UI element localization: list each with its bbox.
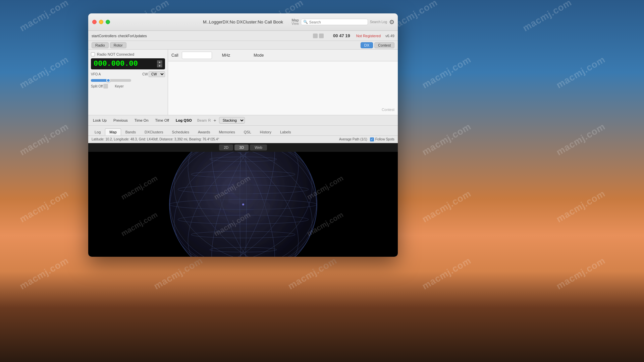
split-off-label: Split Off — [91, 84, 103, 88]
call-input[interactable] — [182, 52, 212, 59]
tab-history[interactable]: History — [256, 128, 276, 135]
time-on-button[interactable]: Time On — [132, 118, 151, 123]
search-log-label: Search Log — [370, 20, 387, 24]
close-button[interactable] — [92, 20, 97, 24]
average-path-label: Average Path (1/1) — [339, 137, 367, 141]
mhz-label: MHz — [222, 53, 230, 58]
map-view-tab-2d[interactable]: 2D — [219, 144, 233, 150]
r-label: R — [208, 118, 211, 122]
previous-button[interactable]: Previous — [111, 118, 130, 123]
map-view-area: Map View — [291, 18, 299, 25]
map-view-tabs: 2D3DWeb — [88, 143, 398, 152]
vfo-label: VFO A — [91, 72, 101, 76]
slider-row — [91, 79, 165, 82]
toolbar-row2: Radio Rotor DX Contest — [88, 41, 398, 50]
start-controllers-btn[interactable]: startControllers — [92, 34, 117, 38]
follow-spots-area: ✓ Follow Spots — [370, 137, 394, 141]
tab-qsl[interactable]: QSL — [239, 128, 256, 135]
tab-awards[interactable]: Awards — [194, 128, 214, 135]
frequency-stepper: ▲ ▼ — [157, 60, 162, 67]
tab-bar: LogMapBandsDXClustersSchedulesAwardsMemo… — [88, 126, 398, 136]
search-icon: 🔍 — [303, 20, 308, 24]
view-label: View — [291, 22, 299, 25]
status-bar: Latitude: 10.2, Longitude: 48.3, Grid: L… — [88, 136, 398, 143]
globe-watermark-1: macmj.com — [120, 174, 159, 201]
contest-area-label: Contest — [382, 108, 394, 112]
right-panel: Call MHz Mode Contest — [168, 50, 398, 115]
title-bar-right: Map View 🔍 Search Log ⚙ — [291, 18, 394, 26]
main-content: Radio NOT Connected 000.000.00 ▲ ▼ VFO A… — [88, 50, 398, 115]
freq-down-btn[interactable]: ▼ — [157, 64, 162, 67]
map-view-tab-3d[interactable]: 3D — [234, 144, 249, 150]
split-keyer-row: Split Off Keyer — [91, 84, 165, 88]
coordinates-label: Latitude: 10.2, Longitude: 48.3, Grid: L… — [92, 137, 219, 141]
frequency-display: 000.000.00 ▲ ▼ — [91, 58, 165, 69]
call-label: Call — [171, 53, 178, 58]
time-off-button[interactable]: Time Off — [153, 118, 172, 123]
tab-map[interactable]: Map — [105, 128, 121, 135]
tab-bands[interactable]: Bands — [121, 128, 140, 135]
mode-label: Mode — [254, 53, 264, 58]
globe-center-dot — [242, 203, 244, 205]
title-bar: M..LoggerDX:No DXCluster:No Call Book Ma… — [88, 13, 398, 31]
beam-label: Beam — [197, 118, 207, 122]
stacking-select[interactable]: Stacking None Auto — [219, 117, 245, 124]
contest-button[interactable]: Contest — [374, 42, 394, 48]
qso-log-area: Contest — [168, 61, 398, 115]
keyer-label[interactable]: Keyer — [115, 84, 123, 88]
minimize-button[interactable] — [99, 20, 103, 24]
vfo-row: VFO A CW CW SSB FM — [91, 71, 165, 77]
minimize-btn-1[interactable] — [313, 34, 318, 38]
globe-svg — [159, 152, 327, 257]
window-title: M..LoggerDX:No DXCluster:No Call Book — [203, 19, 283, 24]
radio-checkbox[interactable] — [91, 52, 95, 56]
check-icon: ✓ — [371, 138, 373, 141]
check-updates-btn[interactable]: checkForUpdates — [118, 34, 147, 38]
tab-memories[interactable]: Memories — [214, 128, 239, 135]
cw-label: CW — [142, 72, 148, 76]
radio-button[interactable]: Radio — [92, 42, 109, 48]
look-up-button[interactable]: Look Up — [90, 118, 109, 123]
prefs-icon[interactable]: ⚙ — [389, 18, 394, 26]
version-label: v6.49 — [385, 34, 394, 38]
log-qso-button[interactable]: Log QSO — [173, 118, 195, 123]
globe-area[interactable]: macmj.com macmj.com macmj.com macmj.com … — [88, 152, 398, 257]
radio-status: Radio NOT Connected — [91, 52, 165, 56]
radio-not-connected-label: Radio NOT Connected — [97, 52, 134, 56]
minimize-btn-2[interactable] — [319, 34, 324, 38]
minimize-btns — [313, 34, 324, 38]
globe-watermark-4: macmj.com — [120, 210, 159, 238]
tab-log[interactable]: Log — [90, 128, 105, 135]
dx-button[interactable]: DX — [361, 42, 373, 48]
map-view-tab-web[interactable]: Web — [250, 144, 267, 150]
not-registered-label: Not Registered — [356, 34, 381, 38]
freq-up-btn[interactable]: ▲ — [157, 60, 162, 64]
traffic-lights — [92, 20, 110, 24]
tab-labels[interactable]: Labels — [276, 128, 295, 135]
maximize-button[interactable] — [106, 20, 110, 24]
action-bar: Look Up Previous Time On Time Off Log QS… — [88, 115, 398, 126]
toolbar-row1: startControllers checkForUpdates 00 47 1… — [88, 31, 398, 41]
tab-schedules[interactable]: Schedules — [168, 128, 194, 135]
left-panel: Radio NOT Connected 000.000.00 ▲ ▼ VFO A… — [88, 50, 168, 115]
time-display: 00 47 19 — [333, 33, 350, 38]
search-input[interactable] — [309, 20, 356, 24]
follow-spots-checkbox[interactable]: ✓ — [370, 137, 374, 141]
app-window: M..LoggerDX:No DXCluster:No Call Book Ma… — [88, 13, 398, 257]
plus-button[interactable]: + — [212, 118, 217, 123]
frequency-value: 000.000.00 — [94, 60, 138, 68]
follow-spots-label: Follow Spots — [375, 137, 394, 141]
qso-fields: Call MHz Mode — [168, 50, 398, 61]
globe-container — [159, 152, 327, 257]
search-box: 🔍 — [301, 19, 368, 25]
tab-dxclusters[interactable]: DXClusters — [140, 128, 168, 135]
split-off-area: Split Off — [91, 84, 108, 88]
cw-select[interactable]: CW SSB FM — [149, 71, 165, 77]
rotor-button[interactable]: Rotor — [110, 42, 126, 48]
